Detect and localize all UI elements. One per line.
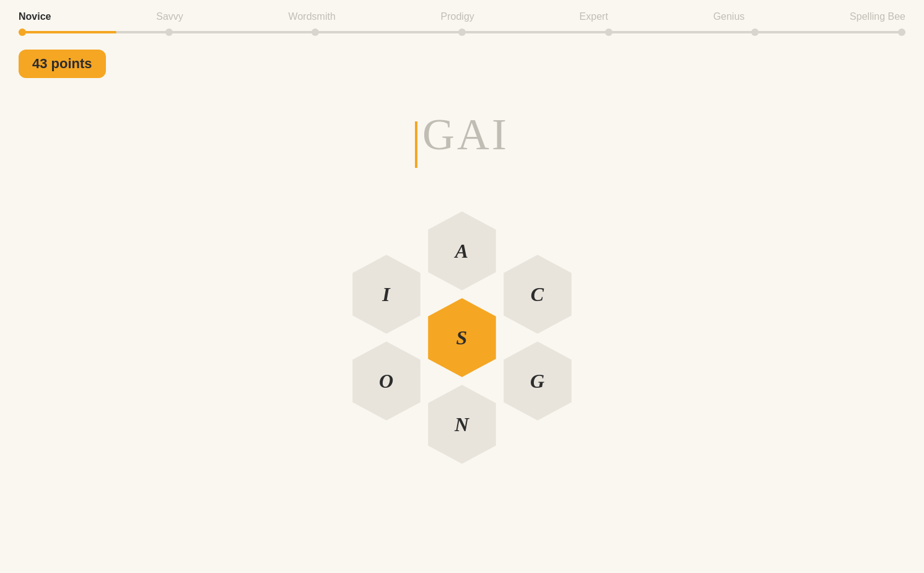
points-badge: 43 points: [19, 50, 106, 78]
hex-top-left[interactable]: I: [343, 251, 430, 338]
honeycomb: A I C S O: [332, 201, 592, 474]
svg-marker-2: [502, 253, 573, 335]
level-wordsmith: Wordsmith: [289, 11, 336, 22]
svg-marker-5: [502, 340, 573, 422]
progress-dots: [19, 28, 905, 36]
level-spelling-bee: Spelling Bee: [850, 11, 905, 22]
dot-genius: [751, 28, 759, 36]
hex-bottom-left[interactable]: O: [343, 338, 430, 424]
dot-novice: [19, 28, 26, 36]
level-prodigy: Prodigy: [441, 11, 474, 22]
dot-savvy: [165, 28, 173, 36]
cursor-bar: [415, 121, 417, 168]
level-labels: Novice Savvy Wordsmith Prodigy Expert Ge…: [19, 11, 905, 22]
progress-track-container: [19, 28, 905, 36]
dot-wordsmith: [312, 28, 319, 36]
hex-top[interactable]: A: [419, 208, 505, 294]
word-display: GAI: [0, 109, 924, 170]
hex-bottom-right[interactable]: G: [494, 338, 581, 424]
dot-expert: [605, 28, 612, 36]
level-expert: Expert: [580, 11, 608, 22]
dot-spelling-bee: [898, 28, 905, 36]
hex-bottom[interactable]: N: [419, 381, 505, 468]
progress-section: Novice Savvy Wordsmith Prodigy Expert Ge…: [0, 0, 924, 78]
dot-prodigy: [458, 28, 466, 36]
svg-marker-1: [351, 253, 422, 335]
honeycomb-container: A I C S O: [0, 201, 924, 474]
svg-marker-6: [427, 383, 497, 465]
level-novice: Novice: [19, 11, 51, 22]
svg-marker-0: [427, 210, 497, 292]
svg-marker-3: [427, 297, 497, 378]
svg-marker-4: [351, 340, 422, 422]
level-genius: Genius: [713, 11, 745, 22]
hex-center[interactable]: S: [419, 294, 505, 381]
hex-top-right[interactable]: C: [494, 251, 581, 338]
level-savvy: Savvy: [156, 11, 183, 22]
current-word: GAI: [422, 109, 509, 160]
